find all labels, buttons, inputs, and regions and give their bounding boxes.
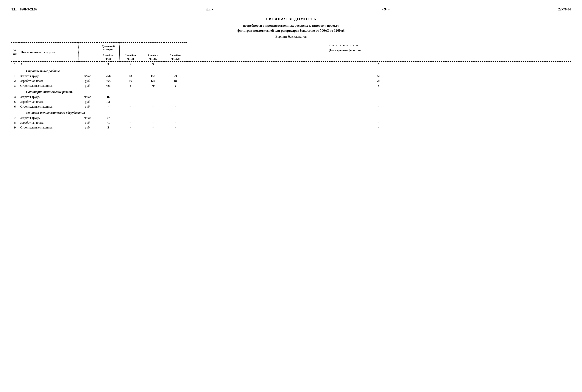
data-row: 9 Строительные машины, руб. 3 - - - - — [11, 125, 571, 130]
col-num-7: 7 — [187, 62, 571, 67]
section-header-0: Строительные работы — [11, 67, 571, 74]
col-num-5: 5 — [142, 62, 164, 67]
header-row-1: № пп Наименование ресурсов Для одной кам… — [11, 43, 571, 48]
main-table: № пп Наименование ресурсов Для одной кам… — [11, 42, 571, 130]
data-row: 6 Строительные машины, руб. - - - - - — [11, 104, 571, 109]
title-block: СВОДНАЯ ВЕДОМОСТЬ потребности в производ… — [11, 17, 571, 38]
main-title: СВОДНАЯ ВЕДОМОСТЬ — [11, 17, 571, 21]
col-header-unit — [78, 43, 97, 62]
main-table-wrapper: № пп Наименование ресурсов Для одной кам… — [11, 42, 571, 130]
header-page: - 94 - — [382, 8, 390, 12]
data-row: 5 Заработная плата, руб. IO - - - - — [11, 100, 571, 104]
col-header-c4: 2 ячейки ФП1 — [97, 53, 119, 62]
col-header-kolichestvo: К о л и ч е с т в о — [119, 43, 571, 48]
col-num-6: 6 — [164, 62, 187, 67]
col-header-num: № пп — [11, 43, 19, 62]
data-row: 7 Затраты труда, ч/час 77 - - - - — [11, 116, 571, 120]
page-header: Т.П, 090I-9-2I.97 Лл.У - 94 - 22776.04 — [11, 8, 571, 12]
data-row: 2 Заработная плата, руб. 565 I6 I22 I8 2… — [11, 78, 571, 83]
col-header-c7: 2 ячейки ФП128 — [164, 53, 187, 62]
section-header-1: Санитарно-технические работы — [11, 88, 571, 94]
col-header-c5: 2 ячейки ФПМ — [119, 53, 142, 62]
col-header-c3: Для одной камеры — [97, 43, 119, 53]
col-num-4: 4 — [119, 62, 142, 67]
variant-text: Вариант без клапанов — [11, 35, 571, 38]
section-header-2: Монтаж технологического оборудования — [11, 109, 571, 116]
col-num-unit — [78, 62, 97, 67]
col-header-name: Наименование ресурсов — [19, 43, 78, 62]
col-num-3: 3 — [97, 62, 119, 67]
col-num-1: 1 — [11, 62, 19, 67]
header-left: Т.П, 090I-9-2I.97 — [11, 8, 37, 12]
data-row: 8 Заработная плата, руб. 4I - - - - — [11, 120, 571, 125]
subtitle: потребности в производственных ресурсах … — [11, 23, 571, 33]
col-numbers-row: 1 2 3 4 5 6 7 — [11, 62, 571, 67]
col-header-c6: 2 ячейки ФП2К — [142, 53, 164, 62]
data-row: I Затраты труда, ч/час 766 I8 I58 29 59 — [11, 74, 571, 78]
data-row: 4 Затраты труда, ч/час I6 - - - - — [11, 94, 571, 100]
header-sheet: Лл.У — [206, 8, 214, 12]
col-num-2: 2 — [19, 62, 78, 67]
col-header-dlya-variantov: Для вариантов фильтров — [119, 48, 571, 53]
header-right-num: 22776.04 — [558, 8, 571, 12]
data-row: 3 Строительные машины, руб. 43I 6 70 2 3 — [11, 83, 571, 88]
